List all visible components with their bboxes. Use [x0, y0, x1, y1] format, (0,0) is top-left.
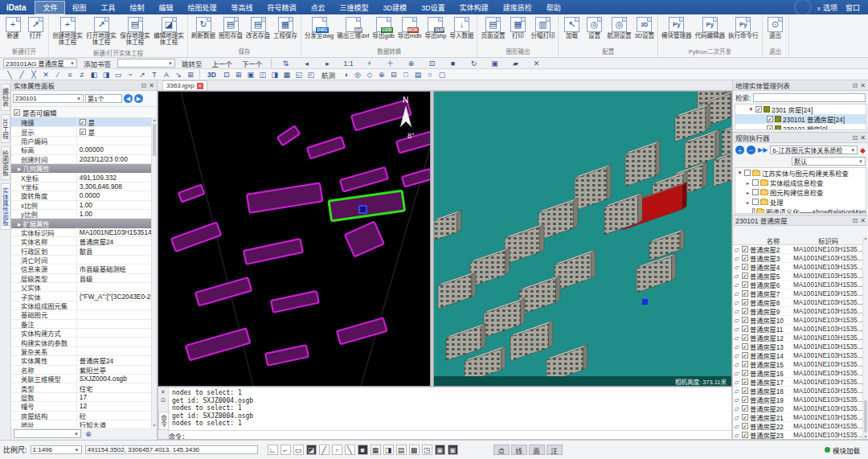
draw-tool-icon[interactable]: ⊟ [389, 70, 399, 80]
ribbon-button-打开地理实体工程[interactable]: ↗打开地理实体工程 [84, 16, 118, 47]
close-icon[interactable]: ✕ [860, 82, 866, 89]
entity-tree-row[interactable]: ✓230102 棚房[0] [735, 124, 866, 130]
expand-icon[interactable]: ▼ [737, 170, 743, 175]
ribbon-button-导出gdb[interactable]: GDB导出gdb [371, 16, 396, 40]
draw-tool-icon[interactable]: ╳ [29, 70, 39, 80]
toolbar-icon[interactable]: ＋ [386, 59, 395, 68]
property-row[interactable]: 地址行知大道 [11, 420, 151, 428]
draw-tool-icon[interactable]: □ [401, 70, 411, 80]
draw-tool-icon[interactable]: ≡ [65, 70, 75, 80]
draw-tool-icon[interactable]: ◱ [294, 70, 304, 80]
view-3d-button[interactable]: 3D [204, 71, 219, 79]
draw-tool-icon[interactable]: ⊞ [234, 70, 244, 80]
draw-tool-icon[interactable]: ◎ [353, 70, 362, 80]
ribbon-button-导出shp[interactable]: SHP导出shp [423, 16, 448, 40]
draw-tool-icon[interactable]: ⊞ [186, 70, 195, 80]
ribbon-button-模块管理器[interactable]: Py模块管理器 [660, 16, 694, 40]
toolbar-icon[interactable]: 1:1 [344, 59, 354, 68]
property-table-scrollbar[interactable]: ▲▼ [151, 117, 157, 428]
rule-mode-combo[interactable]: 默认▼ [792, 157, 866, 166]
menu-视图[interactable]: 视图 [64, 2, 93, 14]
rule-tree-row[interactable]: ▸处理 [735, 197, 866, 207]
entity-checkbox[interactable]: ✓ [742, 432, 748, 438]
entity-checkbox[interactable]: ✓ [742, 405, 748, 412]
ribbon-button-代码编辑器[interactable]: Py代码编辑器 [694, 16, 727, 40]
scale-combo[interactable]: 1:1496▼ [31, 445, 82, 454]
status-icon[interactable]: ▩ [409, 445, 420, 455]
menu-等高线[interactable]: 等高线 [224, 2, 260, 14]
draw-tool-icon[interactable]: ◑ [341, 70, 350, 80]
entity-checkbox[interactable]: ✓ [742, 334, 748, 341]
toolbar-icon[interactable]: ⊕ [407, 59, 416, 68]
rule-set-combo[interactable]: 6-江苏图元实体关系质检 ▼ [770, 145, 858, 154]
bookmark-combo[interactable]: ▼ [117, 59, 175, 68]
command-tab[interactable]: 命令 [158, 412, 169, 430]
entity-row[interactable]: ▱✓普通房屋23MA1001NE103H1535... [733, 431, 862, 439]
toolbar-icon[interactable]: ✕ [532, 59, 542, 68]
filter-icon[interactable]: ⊕ [84, 429, 93, 439]
expand-icon[interactable]: ▸ [745, 180, 751, 186]
menu-建库质检[interactable]: 建库质检 [496, 2, 539, 14]
entity-code-combo[interactable]: 230101▼ [13, 94, 84, 103]
draw-tool-icon[interactable]: T [149, 70, 159, 80]
draw-tool-icon[interactable]: ◇ [365, 70, 375, 80]
remove-rule-button[interactable]: － [747, 145, 755, 154]
ribbon-button-改名存盘[interactable]: ▤改名存盘 [244, 16, 272, 40]
options-menu[interactable]: ∨ 选项 [817, 2, 837, 13]
toolbar-icon[interactable]: ■ [448, 59, 458, 68]
ribbon-button-输出三维dxf[interactable]: dxf输出三维dxf [335, 16, 371, 40]
ribbon-button-3D设置[interactable]: 3D3D设置 [633, 16, 656, 40]
ribbon-button-分幅打印[interactable]: ▥分幅打印 [529, 16, 556, 40]
status-icon[interactable]: ╲ [345, 445, 355, 455]
status-icon[interactable]: ╱ [319, 445, 330, 455]
draw-tool-icon[interactable]: ↗ [137, 70, 147, 80]
menu-帮助[interactable]: 帮助 [539, 2, 568, 14]
filter-combo[interactable]: ▼ [14, 429, 81, 438]
rule-checkbox[interactable] [752, 179, 759, 186]
entity-checkbox[interactable]: ✓ [742, 308, 748, 314]
draw-tool-icon[interactable]: ▦ [282, 70, 292, 80]
map-3d-view[interactable]: 相机高度: 373.11米 [433, 91, 732, 387]
toolbar-icon[interactable]: ▸ [323, 59, 333, 68]
column-id[interactable]: 标识码 [794, 236, 862, 245]
entity-checkbox[interactable]: ✓ [742, 423, 748, 429]
status-icon[interactable]: ⌐ [280, 445, 291, 455]
tree-checkbox[interactable]: ✓ [755, 106, 762, 113]
draw-tool-icon[interactable]: ▤ [413, 70, 423, 80]
entity-checkbox[interactable]: ✓ [742, 352, 748, 359]
draw-tool-icon[interactable]: ◧ [89, 70, 99, 80]
float-panel-icon[interactable]: ⊡ [853, 217, 858, 224]
menu-绘图处理[interactable]: 绘图处理 [181, 2, 224, 14]
status-icon[interactable]: ◨ [383, 445, 394, 455]
menu-3D设置[interactable]: 3D设置 [414, 2, 452, 14]
ribbon-button-工程保存[interactable]: ▦工程保存 [272, 16, 299, 40]
close-tab-icon[interactable]: ✕ [197, 83, 203, 89]
menu-实体构建[interactable]: 实体构建 [452, 2, 496, 14]
rule-brush-icon[interactable]: ◆ [860, 146, 866, 154]
draw-tool-icon[interactable]: ▣ [246, 70, 256, 80]
menu-点云[interactable]: 点云 [304, 2, 333, 14]
ribbon-button-打印[interactable]: ▦打印 [506, 16, 529, 40]
entity-checkbox[interactable]: ✓ [742, 414, 748, 420]
status-icon[interactable]: ◪ [306, 445, 317, 455]
rule-tree-row[interactable]: ▸实体组成信息检查 [735, 178, 866, 187]
status-icon[interactable]: ▤ [396, 445, 407, 455]
document-tab[interactable]: 3363.igxp ✕ [162, 80, 207, 90]
ribbon-button-图形存盘[interactable]: ▤图形存盘 [217, 16, 244, 40]
float-panel-icon[interactable]: ⊡ [853, 134, 858, 141]
value-checkbox[interactable]: ✓ [80, 119, 86, 125]
status-icon[interactable]: ▦ [371, 445, 381, 455]
mode-button-注[interactable]: 注 [547, 445, 563, 455]
next-button[interactable]: 下一个 [239, 59, 266, 68]
close-icon[interactable]: ✕ [860, 134, 866, 141]
expand-icon[interactable]: ▼ [748, 107, 754, 112]
draw-tool-icon[interactable]: ╲ [5, 70, 14, 80]
entity-checkbox[interactable]: ✓ [742, 273, 748, 279]
menu-三维模型[interactable]: 三维模型 [333, 2, 376, 14]
menu-3D建模[interactable]: 3D建模 [376, 2, 415, 14]
entity-checkbox[interactable]: ✓ [742, 361, 748, 367]
rule-checkbox[interactable] [752, 208, 755, 214]
record-index-field[interactable]: 第1个 [85, 94, 122, 103]
draw-tool-icon[interactable]: ↘ [174, 70, 183, 80]
toolbar-icon[interactable]: ▰ [511, 59, 521, 68]
